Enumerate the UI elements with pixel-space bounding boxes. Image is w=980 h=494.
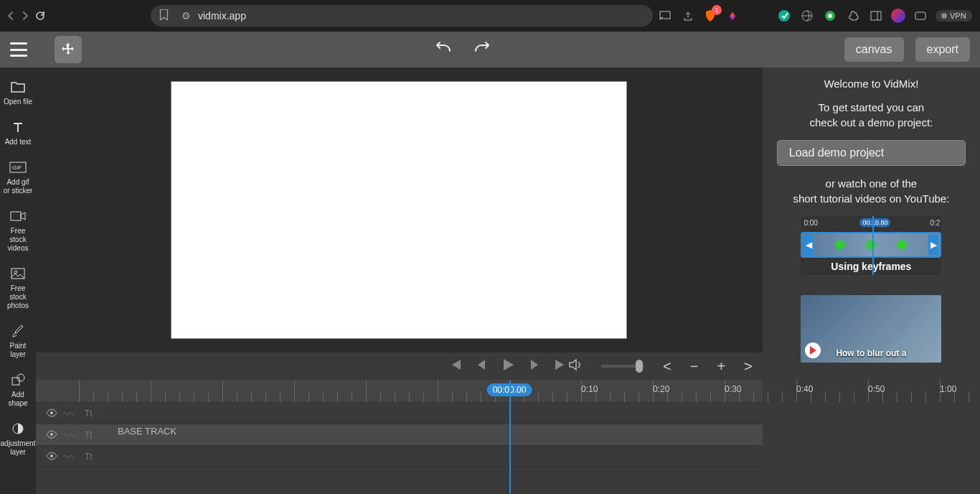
tutorial-thumb-blur[interactable]: How to blur out a	[801, 295, 941, 363]
keyframe-icon	[896, 239, 908, 251]
wallet-icon[interactable]	[913, 8, 928, 24]
ext-icon-2[interactable]	[799, 8, 815, 24]
wave-icon[interactable]	[63, 450, 75, 463]
adjustment-icon	[11, 421, 24, 437]
bookmark-icon[interactable]	[159, 9, 169, 22]
volume-icon[interactable]	[568, 358, 583, 374]
app-menu-button[interactable]	[10, 42, 27, 57]
export-button[interactable]: export	[915, 37, 970, 62]
track-type: Tt	[85, 409, 93, 419]
photo-icon	[11, 266, 25, 281]
vpn-button[interactable]: VPN	[936, 10, 972, 22]
site-settings-icon[interactable]: ⚙	[182, 10, 191, 22]
volume-slider[interactable]	[601, 365, 644, 368]
nav-forward[interactable]	[20, 6, 30, 26]
browser-chrome: ⚙ vidmix.app 1 VPN	[0, 0, 980, 32]
track-row-base[interactable]: Tt BASE TRACK	[36, 424, 763, 446]
share-icon[interactable]	[680, 8, 696, 24]
track-row[interactable]: Tt	[36, 403, 763, 424]
rail-stock-photos[interactable]: Free stock photos	[0, 261, 36, 314]
svg-point-21	[50, 455, 53, 457]
eye-icon[interactable]	[46, 450, 57, 463]
arrow-left-icon: ◀	[804, 235, 814, 255]
svg-rect-16	[12, 378, 19, 385]
cast-icon[interactable]	[657, 8, 673, 24]
ext-icon-3[interactable]	[822, 8, 838, 24]
ext-icon-1[interactable]	[776, 8, 792, 24]
brush-icon	[11, 323, 24, 339]
rail-add-gif[interactable]: GIF Add gif or sticker	[0, 155, 36, 200]
rail-paint[interactable]: Paint layer	[0, 319, 36, 363]
keyframe-icon	[834, 239, 847, 251]
transport-bar: < − + >	[36, 353, 763, 380]
wave-icon[interactable]	[63, 429, 75, 442]
welcome-line: check out a demo project:	[777, 115, 966, 130]
ruler-label: 0:20	[653, 384, 669, 394]
rail-adjustment[interactable]: adjustment layer	[0, 416, 36, 461]
playhead-line[interactable]	[509, 380, 511, 494]
svg-text:GIF: GIF	[12, 164, 22, 171]
brave-shields-icon[interactable]: 1	[703, 9, 717, 23]
svg-point-4	[828, 14, 832, 18]
redo-button[interactable]	[473, 41, 493, 58]
zoom-out-full[interactable]: <	[663, 358, 672, 375]
time-ruler[interactable]: 00:00.00 0:100:200:300:400:501:00	[36, 380, 763, 403]
skip-end-button[interactable]	[554, 358, 568, 374]
zoom-out[interactable]: −	[690, 358, 699, 375]
thumb-caption: Using keyframes	[801, 258, 941, 275]
ruler-label: 0:50	[868, 384, 885, 394]
shape-icon	[11, 372, 25, 388]
eye-icon[interactable]	[46, 429, 57, 442]
svg-point-1	[778, 10, 790, 22]
frame-back-button[interactable]	[475, 358, 488, 374]
text-icon	[11, 119, 24, 135]
load-demo-button[interactable]: Load demo project	[777, 140, 966, 166]
sidepanel-icon[interactable]	[868, 8, 884, 24]
profile-avatar[interactable]	[891, 9, 905, 23]
welcome-panel: Welcome to VidMix! To get started you ca…	[763, 67, 980, 494]
welcome-title: Welcome to VidMix!	[777, 78, 966, 90]
svg-point-20	[50, 433, 53, 436]
nav-back[interactable]	[6, 6, 16, 26]
eye-icon[interactable]	[46, 407, 57, 420]
zoom-in-full[interactable]: >	[744, 358, 753, 375]
canvas-viewport[interactable]	[36, 67, 763, 353]
svg-rect-13	[11, 212, 21, 220]
track-type: Tt	[85, 430, 93, 440]
canvas[interactable]	[171, 81, 627, 339]
rail-open-file[interactable]: Open file	[0, 75, 36, 111]
rail-add-text[interactable]: Add text	[0, 115, 36, 151]
undo-button[interactable]	[433, 41, 453, 58]
tracks-area: Tt Tt BASE TRACK Tt	[36, 403, 763, 494]
arrow-right-icon: ▶	[928, 235, 938, 255]
volume-knob[interactable]	[636, 360, 643, 373]
rail-stock-videos[interactable]: Free stock videos	[0, 204, 36, 257]
frame-fwd-button[interactable]	[528, 358, 541, 374]
tutorial-thumb-keyframes[interactable]: 0:00 00:10.80 0:2 ◀ ▶ Using keyframes	[801, 216, 941, 275]
zoom-in[interactable]: +	[717, 358, 725, 375]
svg-rect-5	[871, 11, 881, 20]
thumb-caption: How to blur out a	[801, 348, 941, 358]
ruler-label: 1:00	[940, 384, 956, 394]
wave-icon[interactable]	[63, 407, 75, 420]
move-tool[interactable]	[55, 36, 82, 63]
ruler-label: 0:10	[581, 384, 598, 394]
nav-reload[interactable]	[34, 6, 46, 26]
play-button[interactable]	[501, 358, 515, 375]
extensions-icon[interactable]	[845, 8, 861, 24]
track-row[interactable]: Tt	[36, 446, 763, 467]
video-icon	[10, 208, 26, 224]
folder-icon	[10, 79, 26, 95]
canvas-button[interactable]: canvas	[844, 37, 904, 62]
skip-start-button[interactable]	[448, 358, 462, 374]
rewards-icon[interactable]	[725, 8, 740, 24]
tool-rail: Open file Add text GIF Add gif or sticke…	[0, 67, 36, 494]
rail-shape[interactable]: Add shape	[0, 368, 36, 412]
url-bar[interactable]: ⚙ vidmix.app	[151, 5, 653, 27]
track-type: Tt	[85, 452, 93, 462]
shields-count: 1	[712, 5, 722, 15]
keyframe-icon	[865, 239, 877, 251]
svg-point-15	[14, 271, 17, 274]
welcome-sub: short tutorial videos on YouTube:	[777, 191, 966, 206]
svg-rect-7	[915, 12, 925, 19]
